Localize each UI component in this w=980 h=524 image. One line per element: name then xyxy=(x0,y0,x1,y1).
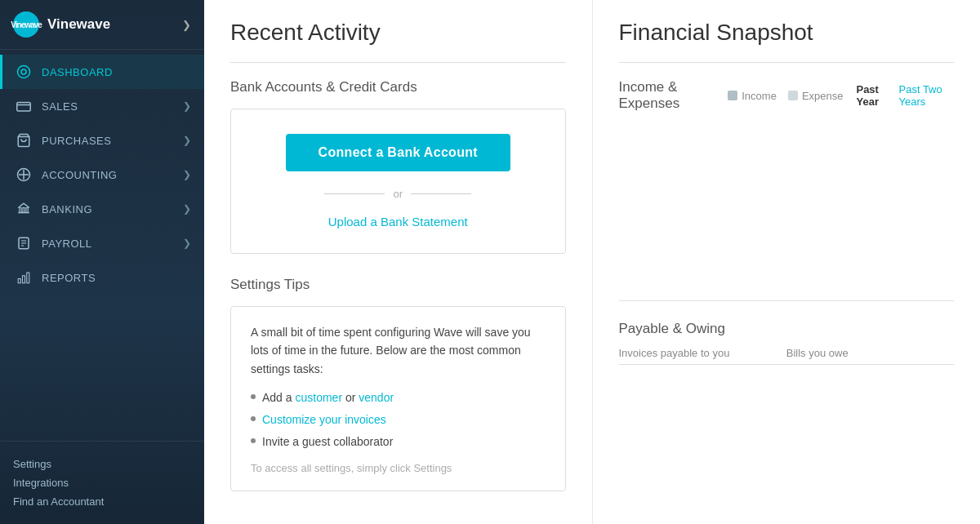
chevron-down-icon: ❯ xyxy=(183,100,192,112)
sidebar-footer: Settings Integrations Find an Accountant xyxy=(0,441,204,524)
sidebar-item-accounting[interactable]: ACCOUNTING ❯ xyxy=(0,158,204,192)
left-panel: Recent Activity Bank Accounts & Credit C… xyxy=(204,0,593,524)
sidebar-item-label: PURCHASES xyxy=(42,135,111,147)
income-legend-box xyxy=(728,91,737,100)
income-expense-chart xyxy=(619,122,955,301)
settings-tips-section: Settings Tips A small bit of time spent … xyxy=(230,277,566,491)
sidebar-header: Vinewave Vinewave ❯ xyxy=(0,0,204,50)
expense-label: Expense xyxy=(802,90,844,102)
customer-link[interactable]: customer xyxy=(295,391,342,404)
payroll-icon xyxy=(16,235,32,251)
right-panel: Financial Snapshot Income & Expenses Inc… xyxy=(593,0,981,524)
list-item: Invite a guest collaborator xyxy=(251,433,546,451)
settings-link[interactable]: Settings xyxy=(13,455,191,473)
sidebar-item-dashboard[interactable]: DASHBOARD xyxy=(0,55,204,89)
customize-invoices-link[interactable]: Customize your invoices xyxy=(262,411,386,429)
sidebar-item-label: REPORTS xyxy=(42,272,96,284)
chevron-down-icon: ❯ xyxy=(183,135,192,146)
svg-rect-13 xyxy=(18,279,20,283)
tips-intro: A small bit of time spent configuring Wa… xyxy=(251,323,546,378)
income-expenses-title: Income & Expenses xyxy=(619,79,728,112)
sidebar-item-label: ACCOUNTING xyxy=(42,169,117,181)
svg-rect-6 xyxy=(23,208,24,213)
sidebar-item-sales[interactable]: SALES ❯ xyxy=(0,89,204,123)
list-item: Customize your invoices xyxy=(251,411,546,429)
or-line-right xyxy=(411,193,471,194)
bullet-icon xyxy=(251,394,256,399)
sidebar-item-label: SALES xyxy=(42,100,78,113)
bank-accounts-card: Connect a Bank Account or Upload a Bank … xyxy=(230,109,566,254)
payable-columns: Invoices payable to you Bills you owe xyxy=(619,347,955,365)
svg-rect-15 xyxy=(27,273,29,283)
integrations-link[interactable]: Integrations xyxy=(13,473,191,492)
bullet-icon xyxy=(251,416,256,421)
legend-expense: Expense xyxy=(788,90,844,102)
svg-point-1 xyxy=(21,69,26,74)
income-expenses-header: Income & Expenses Income Expense Past Ye… xyxy=(619,79,955,112)
past-year-link[interactable]: Past Year xyxy=(856,83,892,108)
divider xyxy=(619,62,955,63)
invoices-payable-label: Invoices payable to you xyxy=(619,347,786,365)
divider xyxy=(230,62,566,63)
bills-owe-col: Bills you owe xyxy=(786,347,954,365)
financial-snapshot-title: Financial Snapshot xyxy=(619,20,955,46)
chart-legend: Income Expense xyxy=(728,90,843,102)
connect-bank-button[interactable]: Connect a Bank Account xyxy=(286,134,510,171)
sidebar-item-label: PAYROLL xyxy=(42,238,92,250)
upload-bank-statement-link[interactable]: Upload a Bank Statement xyxy=(328,215,468,229)
sidebar-item-label: DASHBOARD xyxy=(42,66,113,78)
svg-rect-5 xyxy=(20,208,21,213)
dashboard-icon xyxy=(16,64,32,80)
sidebar-item-payroll[interactable]: PAYROLL ❯ xyxy=(0,226,204,260)
chevron-down-icon: ❯ xyxy=(183,203,192,215)
income-label: Income xyxy=(742,90,777,102)
purchases-icon xyxy=(16,132,32,149)
settings-tips-title: Settings Tips xyxy=(230,277,566,293)
app-name: Vinewave xyxy=(47,16,110,33)
find-accountant-link[interactable]: Find an Accountant xyxy=(13,492,191,511)
tip-text: Invite a guest collaborator xyxy=(262,433,393,451)
banking-icon xyxy=(16,201,32,217)
bullet-icon xyxy=(251,438,256,443)
svg-rect-7 xyxy=(26,208,28,213)
sidebar-item-purchases[interactable]: PURCHASES ❯ xyxy=(0,123,204,158)
sidebar-item-banking[interactable]: BANKING ❯ xyxy=(0,192,204,226)
invoices-payable-col: Invoices payable to you xyxy=(619,347,786,365)
payable-owing-title: Payable & Owing xyxy=(619,321,955,337)
list-item: Add a customer or vendor xyxy=(251,389,546,406)
sidebar-logo: Vinewave Vinewave xyxy=(13,11,110,38)
chevron-down-icon: ❯ xyxy=(183,238,192,249)
svg-point-0 xyxy=(18,66,30,78)
period-selector: Past Year Past Two Years xyxy=(856,83,954,108)
or-line-left xyxy=(324,193,385,194)
payable-owing-section: Payable & Owing Invoices payable to you … xyxy=(619,321,955,365)
chevron-down-icon: ❯ xyxy=(183,169,192,180)
sidebar-item-label: BANKING xyxy=(42,203,92,215)
accounting-icon xyxy=(16,167,32,183)
sidebar: Vinewave Vinewave ❯ DASHBOARD xyxy=(0,0,204,524)
bills-owe-label: Bills you owe xyxy=(786,347,954,365)
recent-activity-title: Recent Activity xyxy=(230,20,566,46)
svg-rect-14 xyxy=(23,276,25,283)
past-two-years-link[interactable]: Past Two Years xyxy=(899,83,955,108)
settings-tips-card: A small bit of time spent configuring Wa… xyxy=(230,306,566,491)
sidebar-item-reports[interactable]: REPORTS xyxy=(0,260,204,295)
expense-legend-box xyxy=(788,91,798,100)
tips-footer: To access all settings, simply click Set… xyxy=(251,462,546,474)
legend-income: Income xyxy=(728,90,777,102)
tips-list: Add a customer or vendor Customize your … xyxy=(251,389,546,451)
svg-rect-2 xyxy=(17,103,31,112)
sidebar-nav: DASHBOARD SALES ❯ xyxy=(0,50,204,441)
or-divider: or xyxy=(324,188,471,200)
main-content: Recent Activity Bank Accounts & Credit C… xyxy=(204,0,980,524)
or-text: or xyxy=(393,188,403,200)
bank-accounts-title: Bank Accounts & Credit Cards xyxy=(230,79,566,95)
reports-icon xyxy=(16,269,32,286)
logo-icon: Vinewave xyxy=(13,11,39,38)
vendor-link[interactable]: vendor xyxy=(359,391,394,404)
tip-text: Add a customer or vendor xyxy=(262,389,394,406)
sidebar-collapse-icon[interactable]: ❯ xyxy=(182,19,191,31)
sales-icon xyxy=(16,98,32,114)
